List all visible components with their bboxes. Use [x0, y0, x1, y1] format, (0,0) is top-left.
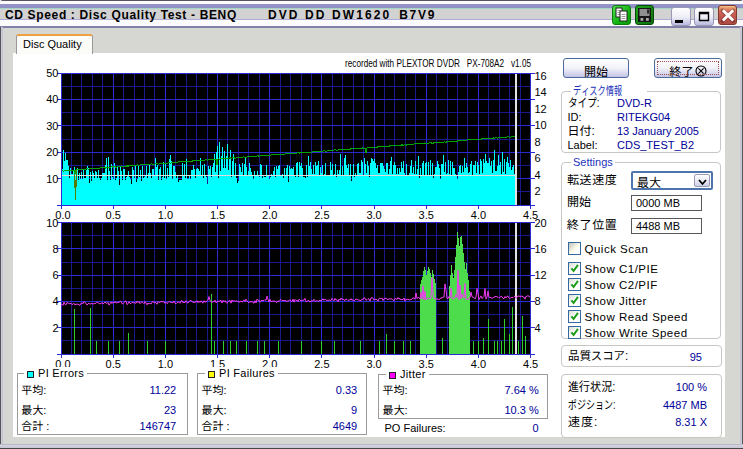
svg-text:1.5: 1.5 [210, 209, 225, 221]
svg-text:4.5: 4.5 [523, 209, 538, 221]
svg-text:2.5: 2.5 [314, 358, 329, 370]
svg-text:recorded with PLEXTOR DVDR P: recorded with PLEXTOR DVDR PX-708A2 v1.0… [345, 57, 531, 69]
svg-text:30: 30 [46, 120, 58, 132]
svg-text:4: 4 [535, 322, 541, 334]
svg-text:4: 4 [535, 169, 541, 181]
svg-text:0.0: 0.0 [55, 209, 70, 221]
svg-text:3.5: 3.5 [419, 209, 434, 221]
svg-text:20: 20 [46, 146, 58, 158]
svg-text:4: 4 [52, 295, 58, 307]
svg-text:2.5: 2.5 [314, 209, 329, 221]
svg-text:50: 50 [46, 67, 58, 79]
svg-text:8: 8 [535, 136, 541, 148]
svg-text:8: 8 [52, 243, 58, 255]
svg-text:10: 10 [535, 119, 547, 131]
svg-text:6: 6 [535, 152, 541, 164]
svg-text:14: 14 [535, 86, 547, 98]
svg-text:16: 16 [535, 243, 547, 255]
svg-text:0.5: 0.5 [106, 358, 121, 370]
svg-text:2: 2 [535, 185, 541, 197]
svg-text:3.0: 3.0 [366, 358, 381, 370]
svg-text:2: 2 [52, 322, 58, 334]
svg-text:4.0: 4.0 [471, 358, 486, 370]
svg-text:40: 40 [46, 93, 58, 105]
svg-text:6: 6 [52, 269, 58, 281]
svg-text:4.0: 4.0 [471, 209, 486, 221]
svg-text:8: 8 [535, 295, 541, 307]
svg-text:12: 12 [535, 103, 547, 115]
svg-text:0.5: 0.5 [106, 209, 121, 221]
svg-text:4.5: 4.5 [523, 358, 538, 370]
svg-text:12: 12 [535, 269, 547, 281]
svg-text:1.0: 1.0 [158, 358, 173, 370]
svg-text:3.0: 3.0 [366, 209, 381, 221]
svg-text:10: 10 [46, 173, 58, 185]
svg-text:16: 16 [535, 70, 547, 82]
svg-text:2.0: 2.0 [262, 209, 277, 221]
svg-text:1.0: 1.0 [158, 209, 173, 221]
